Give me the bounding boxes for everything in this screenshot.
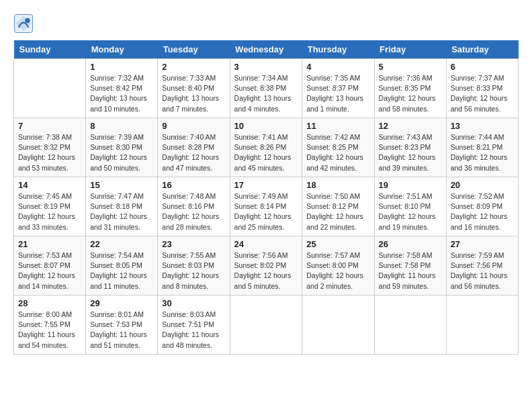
day-info: Sunrise: 8:00 AM Sunset: 7:55 PM Dayligh… <box>18 310 81 351</box>
calendar-cell: 27Sunrise: 7:59 AM Sunset: 7:56 PM Dayli… <box>446 236 518 295</box>
day-info: Sunrise: 7:47 AM Sunset: 8:18 PM Dayligh… <box>90 191 153 232</box>
day-info: Sunrise: 7:35 AM Sunset: 8:37 PM Dayligh… <box>306 73 369 114</box>
day-number: 20 <box>451 180 514 190</box>
day-info: Sunrise: 7:33 AM Sunset: 8:40 PM Dayligh… <box>162 73 225 114</box>
calendar-cell: 15Sunrise: 7:47 AM Sunset: 8:18 PM Dayli… <box>86 177 158 236</box>
day-number: 4 <box>306 62 369 72</box>
calendar-week-row: 28Sunrise: 8:00 AM Sunset: 7:55 PM Dayli… <box>14 295 519 355</box>
day-number: 11 <box>306 121 369 131</box>
calendar-cell: 25Sunrise: 7:57 AM Sunset: 8:00 PM Dayli… <box>302 236 374 295</box>
day-info: Sunrise: 7:50 AM Sunset: 8:12 PM Dayligh… <box>306 191 369 232</box>
day-number: 2 <box>162 62 225 72</box>
weekday-header-cell: Friday <box>374 40 446 59</box>
day-info: Sunrise: 7:40 AM Sunset: 8:28 PM Dayligh… <box>162 132 225 173</box>
day-number: 25 <box>306 239 369 249</box>
weekday-header-cell: Wednesday <box>230 40 302 59</box>
day-number: 30 <box>162 298 225 308</box>
calendar-cell: 7Sunrise: 7:38 AM Sunset: 8:32 PM Daylig… <box>14 118 86 177</box>
day-number: 28 <box>18 298 81 308</box>
day-info: Sunrise: 7:45 AM Sunset: 8:19 PM Dayligh… <box>18 191 81 232</box>
day-info: Sunrise: 7:32 AM Sunset: 8:42 PM Dayligh… <box>90 73 153 114</box>
logo <box>13 13 36 34</box>
day-number: 1 <box>90 62 153 72</box>
calendar-cell: 20Sunrise: 7:52 AM Sunset: 8:09 PM Dayli… <box>446 177 518 236</box>
calendar-cell: 16Sunrise: 7:48 AM Sunset: 8:16 PM Dayli… <box>158 177 230 236</box>
calendar-cell: 30Sunrise: 8:03 AM Sunset: 7:51 PM Dayli… <box>158 295 230 355</box>
calendar-week-row: 7Sunrise: 7:38 AM Sunset: 8:32 PM Daylig… <box>14 118 519 177</box>
calendar-cell: 21Sunrise: 7:53 AM Sunset: 8:07 PM Dayli… <box>14 236 86 295</box>
day-number: 10 <box>234 121 298 131</box>
day-number: 3 <box>234 62 298 72</box>
day-info: Sunrise: 8:03 AM Sunset: 7:51 PM Dayligh… <box>162 310 225 351</box>
day-info: Sunrise: 7:43 AM Sunset: 8:23 PM Dayligh… <box>379 132 442 173</box>
calendar-week-row: 21Sunrise: 7:53 AM Sunset: 8:07 PM Dayli… <box>14 236 519 295</box>
day-number: 13 <box>451 121 514 131</box>
calendar-cell: 29Sunrise: 8:01 AM Sunset: 7:53 PM Dayli… <box>86 295 158 355</box>
day-number: 21 <box>18 239 81 249</box>
day-number: 14 <box>18 180 81 190</box>
day-number: 16 <box>162 180 225 190</box>
day-number: 9 <box>162 121 225 131</box>
page-header <box>13 13 519 34</box>
calendar-table: SundayMondayTuesdayWednesdayThursdayFrid… <box>13 40 519 355</box>
day-info: Sunrise: 7:41 AM Sunset: 8:26 PM Dayligh… <box>234 132 298 173</box>
day-info: Sunrise: 7:56 AM Sunset: 8:02 PM Dayligh… <box>234 250 298 291</box>
calendar-cell: 12Sunrise: 7:43 AM Sunset: 8:23 PM Dayli… <box>374 118 446 177</box>
day-info: Sunrise: 8:01 AM Sunset: 7:53 PM Dayligh… <box>90 310 153 351</box>
weekday-header-row: SundayMondayTuesdayWednesdayThursdayFrid… <box>14 40 519 59</box>
calendar-cell: 19Sunrise: 7:51 AM Sunset: 8:10 PM Dayli… <box>374 177 446 236</box>
day-number: 17 <box>234 180 298 190</box>
day-info: Sunrise: 7:54 AM Sunset: 8:05 PM Dayligh… <box>90 250 153 291</box>
day-info: Sunrise: 7:53 AM Sunset: 8:07 PM Dayligh… <box>18 250 81 291</box>
calendar-cell <box>446 295 518 355</box>
calendar-cell <box>14 59 86 118</box>
calendar-cell: 28Sunrise: 8:00 AM Sunset: 7:55 PM Dayli… <box>14 295 86 355</box>
calendar-cell: 10Sunrise: 7:41 AM Sunset: 8:26 PM Dayli… <box>230 118 302 177</box>
day-info: Sunrise: 7:39 AM Sunset: 8:30 PM Dayligh… <box>90 132 153 173</box>
calendar-cell: 8Sunrise: 7:39 AM Sunset: 8:30 PM Daylig… <box>86 118 158 177</box>
day-number: 24 <box>234 239 298 249</box>
day-info: Sunrise: 7:49 AM Sunset: 8:14 PM Dayligh… <box>234 191 298 232</box>
calendar-cell: 1Sunrise: 7:32 AM Sunset: 8:42 PM Daylig… <box>86 59 158 118</box>
day-number: 5 <box>379 62 442 72</box>
day-number: 6 <box>451 62 514 72</box>
weekday-header-cell: Saturday <box>446 40 518 59</box>
day-info: Sunrise: 7:55 AM Sunset: 8:03 PM Dayligh… <box>162 250 225 291</box>
day-number: 23 <box>162 239 225 249</box>
day-number: 12 <box>379 121 442 131</box>
day-number: 29 <box>90 298 153 308</box>
day-info: Sunrise: 7:57 AM Sunset: 8:00 PM Dayligh… <box>306 250 369 291</box>
calendar-cell: 6Sunrise: 7:37 AM Sunset: 8:33 PM Daylig… <box>446 59 518 118</box>
calendar-body: 1Sunrise: 7:32 AM Sunset: 8:42 PM Daylig… <box>14 59 519 355</box>
day-info: Sunrise: 7:42 AM Sunset: 8:25 PM Dayligh… <box>306 132 369 173</box>
calendar-cell <box>374 295 446 355</box>
day-info: Sunrise: 7:37 AM Sunset: 8:33 PM Dayligh… <box>451 73 514 114</box>
weekday-header-cell: Monday <box>86 40 158 59</box>
calendar-cell <box>230 295 302 355</box>
calendar-cell: 5Sunrise: 7:36 AM Sunset: 8:35 PM Daylig… <box>374 59 446 118</box>
day-info: Sunrise: 7:58 AM Sunset: 7:58 PM Dayligh… <box>379 250 442 291</box>
day-number: 26 <box>379 239 442 249</box>
calendar-cell: 4Sunrise: 7:35 AM Sunset: 8:37 PM Daylig… <box>302 59 374 118</box>
day-number: 8 <box>90 121 153 131</box>
calendar-cell: 24Sunrise: 7:56 AM Sunset: 8:02 PM Dayli… <box>230 236 302 295</box>
svg-point-2 <box>25 18 30 24</box>
day-number: 19 <box>379 180 442 190</box>
calendar-cell: 9Sunrise: 7:40 AM Sunset: 8:28 PM Daylig… <box>158 118 230 177</box>
day-info: Sunrise: 7:48 AM Sunset: 8:16 PM Dayligh… <box>162 191 225 232</box>
day-number: 22 <box>90 239 153 249</box>
calendar-cell: 18Sunrise: 7:50 AM Sunset: 8:12 PM Dayli… <box>302 177 374 236</box>
day-info: Sunrise: 7:44 AM Sunset: 8:21 PM Dayligh… <box>451 132 514 173</box>
calendar-cell: 17Sunrise: 7:49 AM Sunset: 8:14 PM Dayli… <box>230 177 302 236</box>
calendar-cell: 13Sunrise: 7:44 AM Sunset: 8:21 PM Dayli… <box>446 118 518 177</box>
calendar-cell: 23Sunrise: 7:55 AM Sunset: 8:03 PM Dayli… <box>158 236 230 295</box>
calendar-cell: 14Sunrise: 7:45 AM Sunset: 8:19 PM Dayli… <box>14 177 86 236</box>
weekday-header-cell: Tuesday <box>158 40 230 59</box>
day-info: Sunrise: 7:34 AM Sunset: 8:38 PM Dayligh… <box>234 73 298 114</box>
calendar-cell: 2Sunrise: 7:33 AM Sunset: 8:40 PM Daylig… <box>158 59 230 118</box>
day-info: Sunrise: 7:59 AM Sunset: 7:56 PM Dayligh… <box>451 250 514 291</box>
day-number: 27 <box>451 239 514 249</box>
weekday-header-cell: Sunday <box>14 40 86 59</box>
day-info: Sunrise: 7:38 AM Sunset: 8:32 PM Dayligh… <box>18 132 81 173</box>
weekday-header-cell: Thursday <box>302 40 374 59</box>
